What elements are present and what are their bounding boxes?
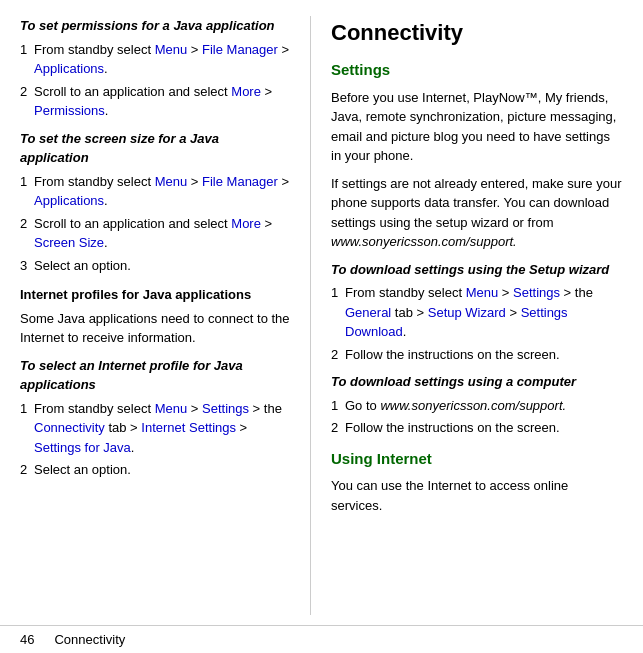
right-step-2b: 2 Follow the instructions on the screen.: [331, 418, 623, 438]
link-file-manager-b[interactable]: File Manager: [202, 174, 278, 189]
link-file-manager[interactable]: File Manager: [202, 42, 278, 57]
link-general-tab[interactable]: General: [345, 305, 391, 320]
rstep1a-sep4: >: [506, 305, 521, 320]
link-settings-r1[interactable]: Settings: [513, 285, 560, 300]
left-step-1c: 1 From standby select Menu > Settings > …: [20, 399, 290, 458]
right-step-1b: 1 Go to www.sonyericsson.com/support.: [331, 396, 623, 416]
right-column: Connectivity Settings Before you use Int…: [310, 16, 623, 615]
rstep1a-text: From standby select: [345, 285, 466, 300]
step1b-sep2: >: [278, 174, 289, 189]
left-step-1b: 1 From standby select Menu > File Manage…: [20, 172, 290, 211]
step-text: Follow the instructions on the screen.: [345, 345, 623, 365]
step1b-end: .: [104, 193, 108, 208]
link-setup-wizard[interactable]: Setup Wizard: [428, 305, 506, 320]
step-number: 2: [331, 418, 345, 438]
main-title: Connectivity: [331, 16, 623, 49]
step-number: 3: [20, 256, 34, 276]
heading-download-computer: To download settings using a computer: [331, 372, 623, 392]
left-column: To set permissions for a Java applicatio…: [20, 16, 310, 615]
link-internet-settings[interactable]: Internet Settings: [141, 420, 236, 435]
step-text: Select an option.: [34, 256, 290, 276]
para-using-internet: You can use the Internet to access onlin…: [331, 476, 623, 515]
link-connectivity-tab[interactable]: Connectivity: [34, 420, 105, 435]
step-number: 1: [20, 399, 34, 458]
para2-text: If settings are not already entered, mak…: [331, 176, 622, 230]
step1a-end: .: [104, 61, 108, 76]
para-internet-profiles: Some Java applications need to connect t…: [20, 309, 290, 348]
step-number: 2: [331, 345, 345, 365]
step1a-text: From standby select: [34, 42, 155, 57]
step-number: 1: [331, 396, 345, 416]
step-text: From standby select Menu > File Manager …: [34, 40, 290, 79]
step-number: 1: [331, 283, 345, 342]
step2a-end: .: [105, 103, 109, 118]
left-step-1a: 1 From standby select Menu > File Manage…: [20, 40, 290, 79]
rstep1a-sep3: tab >: [391, 305, 428, 320]
link-menu-b[interactable]: Menu: [155, 174, 188, 189]
footer-label: Connectivity: [54, 632, 125, 647]
subtitle-using-internet: Using Internet: [331, 448, 623, 471]
step1c-sep1: >: [187, 401, 202, 416]
step1c-text: From standby select: [34, 401, 155, 416]
step1a-sep1: >: [187, 42, 202, 57]
step-text: Select an option.: [34, 460, 290, 480]
page-number: 46: [20, 632, 34, 647]
para-settings-2: If settings are not already entered, mak…: [331, 174, 623, 252]
link-more[interactable]: More: [231, 84, 261, 99]
link-menu-r1[interactable]: Menu: [466, 285, 499, 300]
link-menu-c[interactable]: Menu: [155, 401, 188, 416]
footer: 46 Connectivity: [0, 625, 643, 653]
step1a-sep2: >: [278, 42, 289, 57]
left-step-2c: 2 Select an option.: [20, 460, 290, 480]
left-step-2b: 2 Scroll to an application and select Mo…: [20, 214, 290, 253]
link-more-b[interactable]: More: [231, 216, 261, 231]
heading-internet-profiles: Internet profiles for Java applications: [20, 285, 290, 305]
rstep1a-end: .: [403, 324, 407, 339]
step2b-sep: >: [261, 216, 272, 231]
link-permissions[interactable]: Permissions: [34, 103, 105, 118]
step-text: From standby select Menu > File Manager …: [34, 172, 290, 211]
step2b-text: Scroll to an application and select: [34, 216, 231, 231]
step-text: Scroll to an application and select More…: [34, 82, 290, 121]
step1b-sep1: >: [187, 174, 202, 189]
step-text: Follow the instructions on the screen.: [345, 418, 623, 438]
step-number: 1: [20, 172, 34, 211]
para2-italic: www.sonyericsson.com/support.: [331, 234, 517, 249]
step-text: Scroll to an application and select More…: [34, 214, 290, 253]
link-applications[interactable]: Applications: [34, 61, 104, 76]
heading-download-wizard: To download settings using the Setup wiz…: [331, 260, 623, 280]
step-number: 1: [20, 40, 34, 79]
para-settings-1: Before you use Internet, PlayNow™, My fr…: [331, 88, 623, 166]
rstep1b-italic: www.sonyericsson.com/support.: [380, 398, 566, 413]
right-step-2a: 2 Follow the instructions on the screen.: [331, 345, 623, 365]
step-number: 2: [20, 460, 34, 480]
rstep1a-sep2: > the: [560, 285, 593, 300]
step-text: From standby select Menu > Settings > th…: [34, 399, 290, 458]
step-text: From standby select Menu > Settings > th…: [345, 283, 623, 342]
step1c-sep2: > the: [249, 401, 282, 416]
step2a-sep: >: [261, 84, 272, 99]
step-number: 2: [20, 214, 34, 253]
rstep1b-text: Go to: [345, 398, 380, 413]
left-step-3b: 3 Select an option.: [20, 256, 290, 276]
subtitle-settings: Settings: [331, 59, 623, 82]
link-screen-size[interactable]: Screen Size: [34, 235, 104, 250]
link-settings-c[interactable]: Settings: [202, 401, 249, 416]
step1b-text: From standby select: [34, 174, 155, 189]
page-container: To set permissions for a Java applicatio…: [0, 0, 643, 653]
heading-select-internet-profile: To select an Internet profile for Java a…: [20, 356, 290, 395]
step2b-end: .: [104, 235, 108, 250]
step1c-sep3: tab >: [105, 420, 142, 435]
heading-set-screen-size: To set the screen size for a Java applic…: [20, 129, 290, 168]
rstep1a-sep1: >: [498, 285, 513, 300]
left-step-2a: 2 Scroll to an application and select Mo…: [20, 82, 290, 121]
step-number: 2: [20, 82, 34, 121]
step1c-sep4: >: [236, 420, 247, 435]
step-text: Go to www.sonyericsson.com/support.: [345, 396, 623, 416]
link-settings-for-java[interactable]: Settings for Java: [34, 440, 131, 455]
step2a-text: Scroll to an application and select: [34, 84, 231, 99]
link-menu[interactable]: Menu: [155, 42, 188, 57]
right-step-1a: 1 From standby select Menu > Settings > …: [331, 283, 623, 342]
step1c-end: .: [131, 440, 135, 455]
link-applications-b[interactable]: Applications: [34, 193, 104, 208]
